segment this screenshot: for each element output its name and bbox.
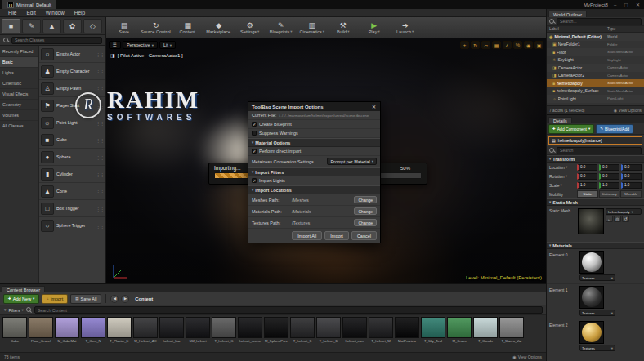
asset-tile[interactable]: T_helmet_G [212, 317, 236, 350]
drag-grip-icon[interactable]: ⋮⋮ [96, 154, 104, 160]
viewport-tool-icon[interactable]: ▣ [534, 41, 543, 49]
mode-category[interactable]: Recently Placed [0, 47, 38, 57]
placeable-actor[interactable]: ○ Sphere Trigger ⋮⋮ [39, 217, 105, 234]
menu-item[interactable]: Window [41, 10, 69, 16]
mode-category[interactable]: Visual Effects [0, 89, 38, 100]
viewport-options-button[interactable]: ☰ [109, 41, 121, 49]
static-mesh-thumbnail[interactable] [578, 208, 604, 234]
mode-tab[interactable]: ✿ [63, 19, 82, 33]
material-thumbnail[interactable] [579, 286, 604, 309]
minimize-button[interactable]: – [612, 2, 618, 7]
tab-details[interactable]: Details [548, 117, 572, 123]
x-value-field[interactable]: 0.0 [577, 173, 597, 180]
metalness-dropdown[interactable]: Prompt per Material ▾ [327, 158, 377, 165]
reset-asset-icon[interactable]: ↺ [622, 216, 629, 222]
drag-grip-icon[interactable]: ⋮⋮ [96, 86, 104, 91]
asset-tile[interactable]: MatPreview [395, 317, 419, 350]
outliner-column-headers[interactable]: Label Type [547, 26, 644, 33]
viewport-tool-icon[interactable]: ∠ [503, 41, 512, 49]
mode-tab[interactable]: ✎ [22, 19, 41, 33]
mode-tab[interactable]: ◇ [83, 19, 102, 33]
perform-direct-import-checkbox[interactable]: ✓ [252, 149, 257, 154]
outliner-row[interactable]: ☀ SkyLight SkyLight [547, 56, 644, 65]
outliner-row[interactable]: ☼ PointLight PointLight [547, 95, 644, 103]
asset-tile[interactable]: M_SpherePrev [264, 317, 288, 350]
filters-dropdown[interactable]: ▼ Filters ▾ [3, 308, 24, 313]
mode-tab[interactable]: ■ [2, 19, 20, 33]
import-filters-section[interactable]: ▾ Import Filters [248, 167, 380, 176]
add-new-button[interactable]: ✚ Add New ▾ [3, 294, 39, 304]
save-all-button[interactable]: ▤ Save All [70, 294, 101, 304]
asset-tile[interactable]: M_Grass [447, 317, 472, 350]
asset-tile[interactable]: T_Sky_Teal [421, 317, 445, 350]
viewport-tool-icon[interactable]: ▦ [492, 41, 501, 49]
menu-item[interactable]: Edit [21, 10, 40, 16]
mobility-option[interactable]: Static [577, 190, 598, 198]
toolbar-button[interactable]: ▤ Save [110, 18, 139, 38]
y-value-field[interactable]: 0.0 [599, 173, 619, 180]
mode-category[interactable]: Lights [0, 68, 38, 78]
import-lights-checkbox[interactable]: ✓ [252, 178, 257, 183]
placeable-actor[interactable]: ○ Empty Actor ⋮⋮ [39, 46, 105, 63]
mode-category[interactable]: Cinematic [0, 78, 38, 89]
asset-tile[interactable]: helmet_scene [238, 317, 262, 350]
toolbar-button[interactable]: ⚙ Settings ▾ [235, 18, 265, 38]
type-column-header[interactable]: Type [607, 27, 642, 31]
z-value-field[interactable]: 0.0 [621, 173, 642, 180]
static-mesh-section-header[interactable]: ▾ Static Mesh [547, 198, 644, 206]
mode-category[interactable]: Basic [0, 57, 38, 68]
material-dropdown[interactable]: Textures ▾ [579, 310, 615, 316]
browse-asset-icon[interactable]: ◎ [614, 216, 621, 222]
dialog-button[interactable]: Import All [292, 231, 322, 240]
title-bar[interactable]: U Minimal_Default MyProject8 – ▢ ✕ [0, 0, 644, 9]
asset-tile[interactable]: T_Cont_N [81, 317, 105, 350]
outliner-search-input[interactable] [557, 18, 642, 25]
toolbar-button[interactable]: ✎ Blueprints ▾ [266, 18, 296, 38]
close-icon[interactable]: ✕ [371, 104, 377, 109]
mobility-option[interactable]: Movable [620, 190, 642, 198]
outliner-row[interactable]: ◉ Minimal_Default (Editor) World [547, 33, 644, 41]
dialog-button[interactable]: Cancel [351, 231, 377, 240]
y-value-field[interactable]: 1.0 [599, 182, 619, 189]
transform-row-label[interactable]: Location ▾ [549, 165, 575, 170]
z-value-field[interactable]: 1.0 [621, 182, 642, 189]
drag-grip-icon[interactable]: ⋮⋮ [96, 206, 104, 212]
dialog-title-bar[interactable]: ToolBag Scene Import Options ✕ [248, 102, 380, 111]
material-dropdown[interactable]: Textures ▾ [579, 274, 615, 281]
placeable-actor[interactable]: ☼ Point Light ⋮⋮ [39, 114, 105, 131]
x-value-field[interactable]: 0.0 [577, 164, 597, 171]
asset-tile[interactable]: T_Clouds [473, 317, 498, 350]
toolbar-button[interactable]: ◆ Marketplace [204, 18, 234, 38]
toolbar-button[interactable]: ▦ Content [173, 18, 203, 38]
y-value-field[interactable]: 0.0 [599, 164, 619, 171]
back-button[interactable]: ◀ [110, 295, 119, 303]
mode-category[interactable]: Geometry [0, 100, 38, 110]
change-path-button[interactable]: Change [354, 196, 377, 203]
transform-section-header[interactable]: ▾ Transform [547, 155, 644, 163]
content-search-input[interactable] [34, 306, 543, 314]
placeable-actor[interactable]: ♟ Empty Character ⋮⋮ [39, 63, 105, 80]
drag-grip-icon[interactable]: ⋮⋮ [96, 223, 104, 229]
change-path-button[interactable]: Change [354, 219, 377, 226]
placeable-actor[interactable]: ● Sphere ⋮⋮ [39, 149, 105, 166]
mode-category[interactable]: Volumes [0, 110, 38, 121]
viewport-tool-icon[interactable]: ◉ [524, 41, 533, 49]
material-thumbnail[interactable] [579, 321, 604, 344]
outliner-row[interactable]: ■ helmetlowpoly_Surface StaticMeshActor [547, 87, 644, 96]
suppress-warnings-checkbox[interactable] [252, 131, 257, 136]
drag-grip-icon[interactable]: ⋮⋮ [96, 69, 104, 74]
level-tab[interactable]: U Minimal_Default [2, 0, 56, 9]
placeable-actor[interactable]: ▮ Cylinder ⋮⋮ [39, 166, 105, 183]
content-view-options[interactable]: ◉ View Options [512, 354, 542, 359]
label-column-header[interactable]: Label [549, 27, 607, 31]
asset-tile[interactable]: T_helmet_S [290, 317, 315, 350]
placeable-actor[interactable]: ■ Cube ⋮⋮ [39, 131, 105, 149]
menu-item[interactable]: Help [69, 10, 90, 16]
toolbar-button[interactable]: ▥ Cinematics ▾ [297, 18, 327, 38]
modes-search-input[interactable] [11, 37, 102, 44]
viewport-tool-icon[interactable]: ↻ [471, 41, 480, 49]
import-locations-section[interactable]: ▾ Import Locations [248, 185, 380, 194]
use-selected-icon[interactable]: ← [606, 216, 613, 222]
placeable-actor[interactable]: □ Box Trigger ⋮⋮ [39, 200, 105, 217]
details-search-input[interactable] [557, 147, 642, 154]
